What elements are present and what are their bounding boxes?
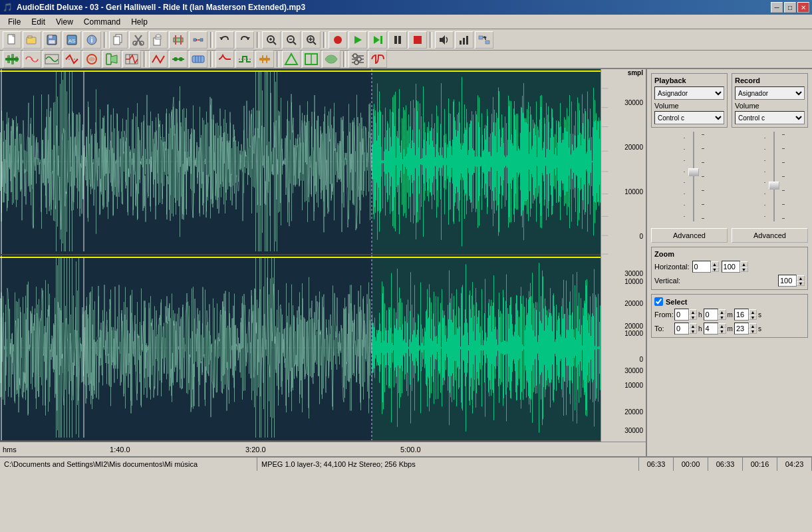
zoom-v-spinners[interactable]: ▲ ▼ (797, 275, 805, 286)
playback-advanced-button[interactable]: Advanced (651, 228, 728, 243)
btn-play[interactable] (348, 31, 367, 49)
select-checkbox[interactable] (654, 297, 663, 306)
close-button[interactable]: ✕ (797, 2, 809, 13)
playback-device-select[interactable]: Asignador (654, 86, 724, 100)
svg-rect-44 (398, 36, 401, 44)
select-from-s-spin[interactable]: ▲ ▼ (749, 309, 757, 320)
zoom-v-up[interactable]: ▲ (797, 275, 805, 281)
playback-volume-select[interactable]: Control c (654, 111, 724, 124)
select-to-s-spin[interactable]: ▲ ▼ (749, 323, 757, 334)
zoom-h-from-down[interactable]: ▼ (711, 267, 719, 272)
btn-effect-5[interactable] (82, 51, 101, 68)
btn-cut[interactable] (129, 31, 148, 49)
record-title: Record (735, 76, 805, 84)
select-from-m-spin[interactable]: ▲ ▼ (718, 309, 726, 320)
btn-effect-6[interactable] (102, 51, 121, 68)
select-from-m[interactable] (704, 309, 718, 321)
btn-effect-17[interactable] (348, 51, 367, 68)
record-volume-select[interactable]: Control c (735, 111, 805, 124)
btn-save-as[interactable]: AS (63, 31, 81, 49)
menu-help[interactable]: Help (126, 16, 153, 28)
menu-view[interactable]: View (51, 16, 78, 28)
btn-new[interactable] (3, 31, 21, 49)
record-device-select[interactable]: Asignador (735, 86, 805, 100)
btn-open[interactable] (23, 31, 41, 49)
record-section: Record Asignador Volume Control c (732, 73, 808, 128)
btn-convert[interactable] (475, 31, 493, 49)
select-label: Select (666, 298, 687, 306)
select-to-s[interactable] (734, 323, 749, 334)
zoom-h-from-spinners[interactable]: ▲ ▼ (711, 261, 719, 272)
btn-effect-3[interactable] (43, 51, 61, 68)
status-bar: C:\Documents and Settings\MI2\Mis docume… (0, 456, 812, 471)
record-slider-track[interactable] (769, 132, 779, 221)
playback-slider-track[interactable] (688, 132, 699, 221)
btn-equalizer[interactable] (455, 31, 474, 49)
btn-effect-2[interactable] (23, 51, 41, 68)
btn-zoom-out[interactable] (282, 31, 301, 49)
btn-effect-18[interactable] (368, 51, 387, 68)
zoom-h-to-input[interactable] (722, 261, 740, 273)
sep-tb2-3 (277, 51, 279, 67)
btn-copy[interactable] (109, 31, 128, 49)
btn-effect-8[interactable] (149, 51, 168, 68)
btn-trim[interactable] (169, 31, 188, 49)
btn-effect-11[interactable] (215, 51, 234, 68)
btn-play-sel[interactable] (368, 31, 387, 49)
btn-effect-4[interactable] (63, 51, 81, 68)
btn-delete-sel[interactable] (189, 31, 207, 49)
title-bar-controls[interactable]: ─ □ ✕ (771, 2, 809, 13)
record-slider-col: -------- (732, 132, 808, 221)
zoom-v-input[interactable] (778, 275, 797, 287)
btn-vol-up[interactable] (435, 31, 454, 49)
sep1 (104, 32, 106, 48)
btn-zoom-in[interactable] (262, 31, 281, 49)
record-advanced-button[interactable]: Advanced (732, 228, 808, 243)
btn-pause[interactable] (388, 31, 407, 49)
select-to-m[interactable] (704, 323, 718, 334)
zoom-h-to-spinners[interactable]: ▲ ▼ (740, 261, 748, 272)
select-from-s-unit: s (758, 311, 761, 319)
waveform-track-2[interactable] (0, 255, 601, 442)
maximize-button[interactable]: □ (784, 2, 796, 13)
ruler-right: smpl 30000 20000 10000 0 10000 20000 300… (601, 69, 646, 442)
btn-stop[interactable] (408, 31, 427, 49)
select-to-h[interactable] (674, 323, 689, 334)
select-from-s[interactable] (734, 309, 749, 321)
zoom-v-down[interactable]: ▼ (797, 281, 805, 286)
btn-record[interactable] (329, 31, 347, 49)
btn-effect-14[interactable] (282, 51, 301, 68)
btn-effect-9[interactable] (169, 51, 188, 68)
btn-effect-12[interactable] (235, 51, 254, 68)
select-from-m-unit: m (728, 311, 733, 319)
menu-command[interactable]: Command (78, 16, 126, 28)
zoom-h-from-input[interactable] (692, 261, 711, 273)
btn-redo[interactable] (235, 31, 254, 49)
select-from-m-group: ▲ ▼ (704, 309, 726, 321)
btn-effect-1[interactable] (3, 51, 21, 68)
menu-file[interactable]: File (3, 16, 26, 28)
btn-info[interactable]: i (82, 31, 101, 49)
btn-effect-16[interactable] (322, 51, 340, 68)
btn-effect-15[interactable] (302, 51, 321, 68)
zoom-h-from-up[interactable]: ▲ (711, 261, 719, 267)
btn-effect-7[interactable] (122, 51, 141, 68)
svg-point-64 (174, 57, 178, 61)
waveform-track-1[interactable] (0, 69, 601, 255)
zoom-h-to-down[interactable]: ▼ (740, 267, 748, 272)
btn-undo[interactable] (215, 31, 234, 49)
btn-save[interactable] (43, 31, 61, 49)
menu-edit[interactable]: Edit (26, 16, 51, 28)
btn-zoom-fit[interactable] (302, 31, 321, 49)
btn-effect-10[interactable] (189, 51, 207, 68)
select-from-h-spin[interactable]: ▲ ▼ (689, 309, 697, 320)
select-from-h[interactable] (674, 309, 689, 321)
btn-paste[interactable] (149, 31, 168, 49)
minimize-button[interactable]: ─ (771, 2, 783, 13)
record-slider-handle[interactable] (769, 182, 779, 190)
playback-slider-handle[interactable] (688, 168, 699, 176)
select-to-h-spin[interactable]: ▲ ▼ (689, 323, 697, 334)
btn-effect-13[interactable] (255, 51, 274, 68)
select-to-m-spin[interactable]: ▲ ▼ (718, 323, 726, 334)
zoom-h-to-up[interactable]: ▲ (740, 261, 748, 267)
